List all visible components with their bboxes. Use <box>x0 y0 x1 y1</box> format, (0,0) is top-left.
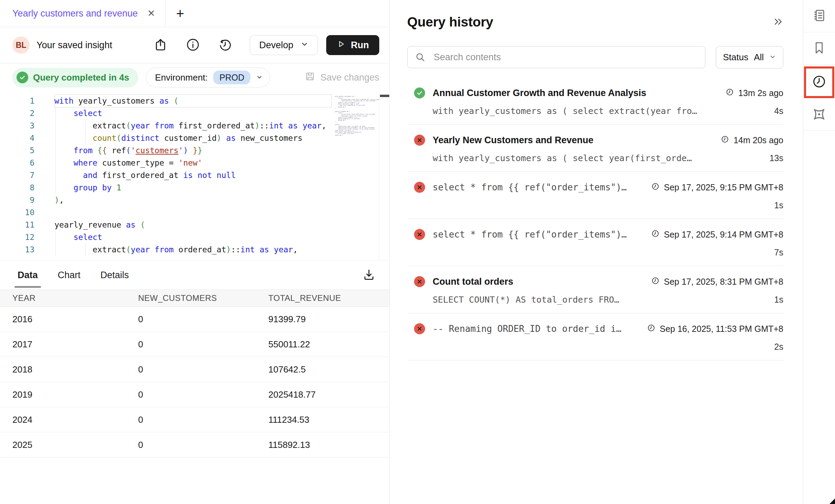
history-item-duration: 1s <box>774 295 783 305</box>
table-cell: 2025418.77 <box>268 382 390 407</box>
page-title: Query history <box>407 14 493 30</box>
query-history-header: Query history <box>407 14 783 30</box>
scrollbar-thumb[interactable] <box>380 95 389 97</box>
table-cell: 0 <box>138 357 268 382</box>
table-cell: 550011.22 <box>268 332 390 357</box>
rail-item-lineage[interactable] <box>803 100 835 130</box>
insight-toolbar: BL Your saved insight Develop <box>0 27 390 63</box>
status-error-icon <box>414 182 425 193</box>
history-item-title: select * from {{ ref("order_items")… <box>433 229 627 240</box>
right-icon-rail <box>803 0 835 504</box>
tab-yearly-customers[interactable]: Yearly customers and revenue ✕ <box>0 0 165 27</box>
tab-title: Yearly customers and revenue <box>12 8 138 19</box>
code-line: with yearly_customers as ( <box>54 95 331 107</box>
table-cell: 0 <box>138 332 268 357</box>
query-status-bar: Query completed in 4s Environment: PROD … <box>0 63 390 92</box>
info-button[interactable] <box>185 37 201 53</box>
table-row: 20180107642.5 <box>0 357 390 382</box>
table-cell: 2024 <box>0 407 138 432</box>
line-number: 1 <box>0 95 34 107</box>
status-filter-dropdown[interactable]: Status All <box>716 46 783 69</box>
code-line: extract(year from ordered_at)::int as ye… <box>54 243 331 256</box>
collapse-panel-button[interactable] <box>773 17 783 28</box>
history-item-timestamp: 13m 2s ago <box>725 88 783 98</box>
table-row: 20170550011.22 <box>0 332 390 357</box>
history-item-timestamp: Sep 16, 2025, 11:53 PM GMT+8 <box>647 324 783 334</box>
save-changes-button[interactable]: Save changes <box>305 71 379 84</box>
close-tab-icon[interactable]: ✕ <box>147 9 155 18</box>
table-cell: 2018 <box>0 357 138 382</box>
history-item-duration: 7s <box>774 248 783 258</box>
rail-item-notebook[interactable] <box>803 0 835 32</box>
table-row: 20240111234.53 <box>0 407 390 432</box>
code-line: select <box>54 231 331 243</box>
history-item-timestamp: Sep 17, 2025, 8:31 PM GMT+8 <box>651 276 783 287</box>
develop-dropdown[interactable]: Develop <box>250 35 318 55</box>
line-number: 9 <box>0 194 34 206</box>
status-error-icon <box>414 135 425 146</box>
table-cell: 0 <box>138 407 268 432</box>
history-item[interactable]: select * from {{ ref("order_items")…Sep … <box>407 219 783 266</box>
history-item-title: Yearly New Customers and Revenue <box>433 135 594 146</box>
editor-minimap[interactable]: with yearly_customers as ( select extrac… <box>335 96 380 254</box>
run-button[interactable]: Run <box>326 35 379 55</box>
results-tab-bar: Data Chart Details <box>0 261 390 290</box>
history-item-query-preview: SELECT COUNT(*) AS total_orders FRO… <box>433 295 619 305</box>
clock-icon <box>651 276 660 287</box>
code-line: yearly_revenue as ( <box>54 219 331 231</box>
column-header: YEAR <box>0 290 138 307</box>
history-item[interactable]: select * from {{ ref("order_items")…Sep … <box>407 172 783 219</box>
history-item-title: select * from {{ ref("order_items")… <box>433 182 627 192</box>
red-highlight-box <box>804 66 834 98</box>
bookmark-icon <box>812 41 826 56</box>
environment-selector[interactable]: Environment: PROD <box>146 67 270 87</box>
history-item[interactable]: -- Renaming ORDER_ID to order_id i…Sep 1… <box>407 313 783 360</box>
tab-chart[interactable]: Chart <box>58 270 81 281</box>
table-cell: 107642.5 <box>268 357 390 382</box>
search-input[interactable] <box>408 46 705 68</box>
rail-item-bookmarks[interactable] <box>803 32 835 65</box>
table-cell: 0 <box>138 307 268 332</box>
new-tab-button[interactable]: + <box>170 0 190 27</box>
share-icon <box>153 38 168 53</box>
history-item[interactable]: Count total ordersSep 17, 2025, 8:31 PM … <box>407 266 783 313</box>
history-item-duration: 2s <box>774 342 783 352</box>
chevron-down-icon <box>769 52 776 63</box>
code-line: group by 1 <box>54 181 331 194</box>
history-item-title: Count total orders <box>433 276 513 287</box>
status-filter-value: All <box>754 52 764 63</box>
download-results-button[interactable] <box>362 268 376 283</box>
column-header: NEW_CUSTOMERS <box>138 290 268 307</box>
status-success-icon <box>414 87 425 98</box>
history-item[interactable]: Annual Customer Growth and Revenue Analy… <box>407 77 783 125</box>
line-number: 2 <box>0 107 34 119</box>
line-number-gutter: 12345678910111213 <box>0 95 34 256</box>
share-button[interactable] <box>153 37 168 53</box>
double-chevron-right-icon <box>773 23 783 28</box>
table-row: 201902025418.77 <box>0 382 390 407</box>
query-history-panel: Query history Status All An <box>390 0 803 504</box>
clock-icon <box>651 182 660 193</box>
clock-icon <box>647 324 656 334</box>
line-number: 6 <box>0 157 34 169</box>
play-icon <box>337 40 346 51</box>
tab-details[interactable]: Details <box>101 270 129 281</box>
history-item-duration: 1s <box>774 200 783 210</box>
table-cell: 115892.13 <box>268 432 390 458</box>
rail-item-query-history[interactable] <box>803 65 835 100</box>
save-changes-label: Save changes <box>320 72 379 83</box>
version-history-button[interactable] <box>217 37 233 53</box>
tab-data[interactable]: Data <box>18 270 38 281</box>
history-item-timestamp: Sep 17, 2025, 9:15 PM GMT+8 <box>651 182 783 193</box>
editor-scrollbar[interactable] <box>379 92 390 260</box>
editor-panel: Yearly customers and revenue ✕ + BL Your… <box>0 0 390 504</box>
history-item-title: -- Renaming ORDER_ID to order_id i… <box>433 324 621 334</box>
sql-editor[interactable]: 12345678910111213 with yearly_customers … <box>0 92 390 261</box>
success-check-icon <box>17 72 28 83</box>
history-item[interactable]: Yearly New Customers and Revenue14m 20s … <box>407 125 783 172</box>
resize-corner <box>829 498 835 504</box>
environment-value-chip: PROD <box>213 71 250 84</box>
code-line: and first_ordered_at is not null <box>54 169 331 181</box>
query-status-badge: Query completed in 4s <box>12 68 138 87</box>
status-filter-label: Status <box>723 52 749 63</box>
